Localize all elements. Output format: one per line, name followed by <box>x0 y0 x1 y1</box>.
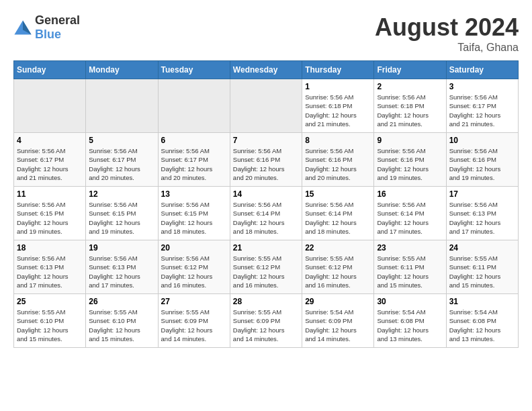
day-number: 22 <box>305 243 371 253</box>
day-info: Sunrise: 5:56 AM Sunset: 6:17 PM Dayligh… <box>161 146 227 182</box>
day-info: Sunrise: 5:55 AM Sunset: 6:09 PM Dayligh… <box>161 308 227 343</box>
day-info: Sunrise: 5:55 AM Sunset: 6:09 PM Dayligh… <box>233 308 299 343</box>
day-info: Sunrise: 5:56 AM Sunset: 6:16 PM Dayligh… <box>305 146 371 182</box>
day-info: Sunrise: 5:55 AM Sunset: 6:12 PM Dayligh… <box>305 254 371 289</box>
day-number: 21 <box>233 243 299 253</box>
day-number: 31 <box>449 297 515 306</box>
day-number: 14 <box>233 189 299 199</box>
day-info: Sunrise: 5:56 AM Sunset: 6:16 PM Dayligh… <box>233 146 299 182</box>
day-number: 25 <box>17 297 83 306</box>
calendar-cell <box>230 79 302 133</box>
day-number: 26 <box>89 297 154 306</box>
day-info: Sunrise: 5:55 AM Sunset: 6:12 PM Dayligh… <box>233 254 299 289</box>
day-number: 28 <box>233 297 299 306</box>
calendar-cell: 10Sunrise: 5:56 AM Sunset: 6:16 PM Dayli… <box>446 133 518 187</box>
month-title: August 2024 <box>375 13 519 42</box>
day-info: Sunrise: 5:56 AM Sunset: 6:16 PM Dayligh… <box>449 146 515 182</box>
calendar-cell: 16Sunrise: 5:56 AM Sunset: 6:14 PM Dayli… <box>374 187 446 240</box>
day-info: Sunrise: 5:56 AM Sunset: 6:16 PM Dayligh… <box>377 146 443 182</box>
day-number: 30 <box>377 297 443 306</box>
day-number: 11 <box>17 189 83 199</box>
day-number: 17 <box>449 189 515 199</box>
day-info: Sunrise: 5:55 AM Sunset: 6:11 PM Dayligh… <box>449 254 515 289</box>
calendar-cell <box>158 79 230 133</box>
calendar-cell: 19Sunrise: 5:56 AM Sunset: 6:13 PM Dayli… <box>86 240 158 294</box>
calendar-cell: 24Sunrise: 5:55 AM Sunset: 6:11 PM Dayli… <box>446 240 518 294</box>
day-info: Sunrise: 5:55 AM Sunset: 6:10 PM Dayligh… <box>17 308 83 343</box>
page-header: General Blue August 2024 Taifa, Ghana <box>13 13 519 54</box>
day-number: 15 <box>305 189 371 199</box>
weekday-header-thursday: Thursday <box>302 61 374 79</box>
day-info: Sunrise: 5:56 AM Sunset: 6:14 PM Dayligh… <box>377 200 443 236</box>
calendar-cell: 15Sunrise: 5:56 AM Sunset: 6:14 PM Dayli… <box>302 187 374 240</box>
weekday-header-wednesday: Wednesday <box>230 61 302 79</box>
calendar-table: SundayMondayTuesdayWednesdayThursdayFrid… <box>13 60 519 348</box>
logo-blue: Blue <box>35 28 61 41</box>
calendar-cell: 6Sunrise: 5:56 AM Sunset: 6:17 PM Daylig… <box>158 133 230 187</box>
calendar-row: 4Sunrise: 5:56 AM Sunset: 6:17 PM Daylig… <box>14 133 519 187</box>
weekday-header-tuesday: Tuesday <box>158 61 230 79</box>
calendar-cell: 5Sunrise: 5:56 AM Sunset: 6:17 PM Daylig… <box>86 133 158 187</box>
calendar-cell: 4Sunrise: 5:56 AM Sunset: 6:17 PM Daylig… <box>14 133 86 187</box>
day-info: Sunrise: 5:56 AM Sunset: 6:17 PM Dayligh… <box>17 146 83 182</box>
day-info: Sunrise: 5:56 AM Sunset: 6:12 PM Dayligh… <box>161 254 227 289</box>
day-info: Sunrise: 5:55 AM Sunset: 6:11 PM Dayligh… <box>377 254 443 289</box>
day-number: 27 <box>161 297 227 306</box>
calendar-cell: 31Sunrise: 5:54 AM Sunset: 6:08 PM Dayli… <box>446 294 518 348</box>
calendar-cell: 29Sunrise: 5:54 AM Sunset: 6:09 PM Dayli… <box>302 294 374 348</box>
day-info: Sunrise: 5:56 AM Sunset: 6:17 PM Dayligh… <box>89 146 154 182</box>
logo-text: General Blue <box>35 13 80 42</box>
day-info: Sunrise: 5:54 AM Sunset: 6:08 PM Dayligh… <box>449 308 515 343</box>
calendar-cell: 30Sunrise: 5:54 AM Sunset: 6:08 PM Dayli… <box>374 294 446 348</box>
day-number: 13 <box>161 189 227 199</box>
calendar-cell: 23Sunrise: 5:55 AM Sunset: 6:11 PM Dayli… <box>374 240 446 294</box>
calendar-cell: 8Sunrise: 5:56 AM Sunset: 6:16 PM Daylig… <box>302 133 374 187</box>
day-number: 20 <box>161 243 227 253</box>
day-info: Sunrise: 5:54 AM Sunset: 6:08 PM Dayligh… <box>377 308 443 343</box>
calendar-cell: 21Sunrise: 5:55 AM Sunset: 6:12 PM Dayli… <box>230 240 302 294</box>
day-number: 8 <box>305 136 371 145</box>
day-number: 3 <box>449 82 515 91</box>
calendar-cell: 17Sunrise: 5:56 AM Sunset: 6:13 PM Dayli… <box>446 187 518 240</box>
day-info: Sunrise: 5:54 AM Sunset: 6:09 PM Dayligh… <box>305 308 371 343</box>
calendar-cell: 14Sunrise: 5:56 AM Sunset: 6:14 PM Dayli… <box>230 187 302 240</box>
calendar-cell: 20Sunrise: 5:56 AM Sunset: 6:12 PM Dayli… <box>158 240 230 294</box>
weekday-header-saturday: Saturday <box>446 61 518 79</box>
day-number: 5 <box>89 136 154 145</box>
calendar-row: 11Sunrise: 5:56 AM Sunset: 6:15 PM Dayli… <box>14 187 519 240</box>
day-number: 18 <box>17 243 83 253</box>
location: Taifa, Ghana <box>375 42 519 54</box>
day-number: 10 <box>449 136 515 145</box>
calendar-row: 18Sunrise: 5:56 AM Sunset: 6:13 PM Dayli… <box>14 240 519 294</box>
day-info: Sunrise: 5:56 AM Sunset: 6:13 PM Dayligh… <box>17 254 83 289</box>
day-info: Sunrise: 5:56 AM Sunset: 6:17 PM Dayligh… <box>449 93 515 128</box>
weekday-header-friday: Friday <box>374 61 446 79</box>
calendar-cell: 22Sunrise: 5:55 AM Sunset: 6:12 PM Dayli… <box>302 240 374 294</box>
day-number: 29 <box>305 297 371 306</box>
day-info: Sunrise: 5:56 AM Sunset: 6:15 PM Dayligh… <box>17 200 83 236</box>
day-info: Sunrise: 5:56 AM Sunset: 6:13 PM Dayligh… <box>89 254 154 289</box>
day-number: 19 <box>89 243 154 253</box>
calendar-cell <box>86 79 158 133</box>
logo-icon <box>13 18 32 37</box>
day-info: Sunrise: 5:56 AM Sunset: 6:15 PM Dayligh… <box>89 200 154 236</box>
day-number: 12 <box>89 189 154 199</box>
day-number: 2 <box>377 82 443 91</box>
day-number: 9 <box>377 136 443 145</box>
calendar-cell: 9Sunrise: 5:56 AM Sunset: 6:16 PM Daylig… <box>374 133 446 187</box>
calendar-cell: 26Sunrise: 5:55 AM Sunset: 6:10 PM Dayli… <box>86 294 158 348</box>
calendar-cell: 1Sunrise: 5:56 AM Sunset: 6:18 PM Daylig… <box>302 79 374 133</box>
calendar-row: 1Sunrise: 5:56 AM Sunset: 6:18 PM Daylig… <box>14 79 519 133</box>
day-number: 1 <box>305 82 371 91</box>
calendar-cell: 27Sunrise: 5:55 AM Sunset: 6:09 PM Dayli… <box>158 294 230 348</box>
day-number: 6 <box>161 136 227 145</box>
calendar-cell: 7Sunrise: 5:56 AM Sunset: 6:16 PM Daylig… <box>230 133 302 187</box>
calendar-cell: 2Sunrise: 5:56 AM Sunset: 6:18 PM Daylig… <box>374 79 446 133</box>
day-number: 4 <box>17 136 83 145</box>
day-number: 23 <box>377 243 443 253</box>
day-info: Sunrise: 5:55 AM Sunset: 6:10 PM Dayligh… <box>89 308 154 343</box>
calendar-cell: 28Sunrise: 5:55 AM Sunset: 6:09 PM Dayli… <box>230 294 302 348</box>
calendar-cell <box>14 79 86 133</box>
day-number: 7 <box>233 136 299 145</box>
day-number: 16 <box>377 189 443 199</box>
